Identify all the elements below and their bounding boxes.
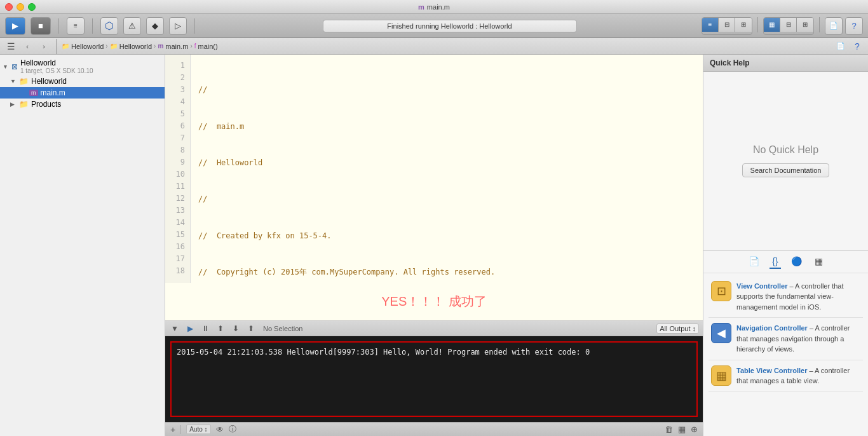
eye-btn[interactable]: 👁	[216, 425, 224, 434]
line-num-9: 9	[165, 156, 190, 168]
version-editor-toggle[interactable]: ⊞	[797, 18, 813, 32]
toolbar-separator-4	[757, 17, 758, 32]
bc-item-2[interactable]: 📁 Helloworld	[110, 43, 152, 50]
file-icon: m	[418, 3, 424, 11]
stop-button[interactable]: ■	[31, 17, 51, 35]
utilities-toggle[interactable]: ⊞	[735, 18, 752, 32]
console-step-btn[interactable]: ⬆	[215, 323, 226, 334]
chevron-down-icon: ▼	[3, 64, 9, 70]
minimize-button[interactable]	[17, 3, 24, 11]
line-num-12: 12	[165, 193, 190, 205]
maximize-button[interactable]	[28, 3, 36, 11]
console-output[interactable]: 2015-05-04 21:21:03.538 Helloworld[9997:…	[170, 341, 698, 417]
navigator-toggle-btn[interactable]: ☰	[4, 40, 18, 53]
console-output-text: 2015-05-04 21:21:03.538 Helloworld[9997:…	[177, 348, 691, 357]
status-pill: Finished running Helloworld : Helloworld	[323, 20, 577, 32]
back-btn[interactable]: ‹	[20, 40, 34, 53]
test-button[interactable]: ▷	[169, 17, 187, 35]
qh-item-title-3[interactable]: Table View Controller	[736, 367, 807, 374]
auto-selector[interactable]: Auto ↕	[186, 425, 210, 434]
forward-btn[interactable]: ›	[37, 40, 51, 53]
folder-yellow-icon: 📁	[19, 77, 29, 86]
debug-toggle[interactable]: ⊟	[719, 18, 735, 32]
quick-help-panel: Quick Help No Quick Help Search Document…	[703, 55, 868, 436]
code-line-6: // Copyright (c) 2015年 com.MySuperCompan…	[198, 266, 695, 278]
console-bottom-bar: + Auto ↕ 👁 ⓘ 🗑 ▦ ⊕	[165, 422, 703, 436]
qh-item-title-1[interactable]: View Controller	[736, 282, 787, 290]
console-hide-btn[interactable]: ▼	[169, 323, 180, 334]
assistant-editor-toggle[interactable]: ⊟	[780, 18, 797, 32]
add-file-button[interactable]: 📄	[825, 17, 843, 35]
add-file-sec-btn[interactable]: 📄	[834, 40, 848, 53]
add-console-btn[interactable]: +	[170, 425, 175, 435]
code-line-5: // Created by kfx on 15-5-4.	[198, 230, 695, 242]
folder-label: Helloworld	[31, 77, 67, 86]
quick-help-no-selection: No Quick Help Search Documentation	[703, 72, 868, 250]
helloworld-folder-item[interactable]: ▼ 📁 Helloworld	[0, 76, 165, 87]
search-documentation-button[interactable]: Search Documentation	[742, 163, 830, 177]
console-pause-btn[interactable]: ⏸	[200, 323, 211, 334]
line-num-11: 11	[165, 181, 190, 193]
products-label: Products	[31, 100, 61, 109]
code-editor-content[interactable]: // // main.m // Helloworld // // Created…	[191, 55, 703, 283]
qh-tab-file[interactable]: 📄	[746, 255, 762, 269]
console-toolbar: ▼ ▶ ⏸ ⬆ ⬇ ⬆ No Selection All Output ↕	[165, 321, 703, 336]
chevron-right-icon: ▶	[10, 101, 17, 107]
folder-icon-2: 📁	[110, 43, 118, 50]
close-button[interactable]	[5, 3, 13, 11]
line-num-5: 5	[165, 108, 190, 120]
code-editor: 1 2 3 4 5 6 7 8 9 10 11 12 13 14 15 16 1…	[165, 55, 703, 283]
spacer-icon	[20, 90, 27, 96]
breakpoint-button[interactable]: ⬡	[100, 17, 118, 35]
code-line-3: // Helloworld	[198, 157, 695, 169]
console-down-btn[interactable]: ⬇	[230, 323, 241, 334]
bc-sep-3: ›	[190, 43, 192, 50]
help-sec-btn[interactable]: ?	[850, 40, 864, 53]
zoom-btn[interactable]: ⊕	[691, 425, 698, 434]
bc-sep-1: ›	[105, 43, 107, 50]
bc-sep-2: ›	[154, 43, 156, 50]
no-quick-help-text: No Quick Help	[753, 144, 818, 156]
line-num-16: 16	[165, 241, 190, 253]
products-folder-item[interactable]: ▶ 📁 Products	[0, 99, 165, 110]
qh-tab-info[interactable]: 🔵	[789, 255, 804, 269]
console-area: ▼ ▶ ⏸ ⬆ ⬇ ⬆ No Selection All Output ↕ 20…	[165, 320, 703, 422]
line-num-1: 1	[165, 60, 190, 72]
quick-help-items: ⊡ View Controller – A controller that su…	[703, 273, 868, 437]
bottom-sep-1	[180, 425, 181, 434]
bc-label-1: Helloworld	[71, 43, 104, 50]
bc-item-3[interactable]: m main.m	[158, 43, 188, 50]
console-content: 2015-05-04 21:21:03.538 Helloworld[9997:…	[165, 336, 703, 422]
console-up2-btn[interactable]: ⬆	[245, 323, 257, 334]
info-btn[interactable]: ⓘ	[229, 424, 236, 435]
help-button[interactable]: ?	[845, 17, 863, 35]
bc-item-1[interactable]: 📁 Helloworld	[62, 43, 104, 50]
bc-item-4[interactable]: f main()	[194, 43, 218, 50]
line-num-10: 10	[165, 168, 190, 181]
run-button[interactable]: ▶	[5, 17, 25, 35]
console-filter-btn[interactable]: ▶	[184, 323, 196, 334]
issues-button[interactable]: ◆	[146, 17, 164, 35]
success-text: YES！！！ 成功了	[165, 288, 703, 315]
status-text: Finished running Helloworld : Helloworld	[387, 22, 512, 30]
line-num-18: 18	[165, 265, 190, 277]
project-label: Helloworld	[20, 58, 93, 67]
navigator-toggle[interactable]: ≡	[702, 18, 719, 32]
grid-view-btn[interactable]: ▦	[678, 425, 686, 434]
view-toggle-group: ≡ ⊟ ⊞	[702, 17, 752, 35]
trash-btn[interactable]: 🗑	[665, 425, 673, 434]
scheme-editor-button[interactable]: ≡	[67, 17, 85, 35]
qh-tab-code[interactable]: {}	[770, 255, 780, 269]
main-m-file-item[interactable]: m main.m	[0, 87, 165, 99]
toolbar-separator-5	[819, 17, 820, 32]
toolbar-right: ≡ ⊟ ⊞ ▦ ⊟ ⊞ 📄 ?	[702, 17, 863, 35]
window-title: m main.m	[418, 3, 450, 11]
warnings-button[interactable]: ⚠	[123, 17, 141, 35]
qh-tab-grid[interactable]: ▦	[812, 255, 825, 269]
project-root-item[interactable]: ▼ ⊠ Helloworld 1 target, OS X SDK 10.10	[0, 57, 165, 76]
output-selector[interactable]: All Output ↕	[656, 324, 699, 334]
standard-editor-toggle[interactable]: ▦	[764, 18, 780, 32]
qh-item-title-2[interactable]: Navigation Controller	[736, 324, 808, 332]
main-m-label: main.m	[41, 88, 65, 97]
qh-item-text-1: View Controller – A controller that supp…	[736, 281, 860, 313]
